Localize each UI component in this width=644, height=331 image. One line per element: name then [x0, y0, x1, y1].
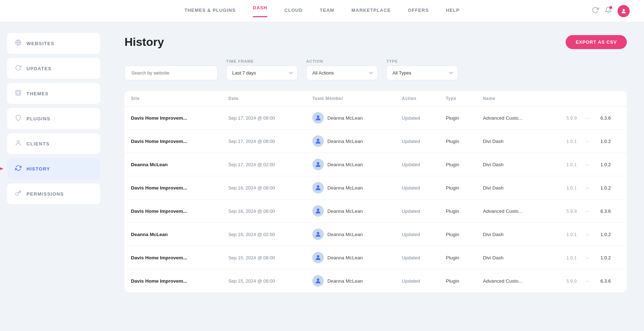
sidebar-item-websites[interactable]: WEBSITES [7, 33, 100, 54]
cell-version-arrow: → [583, 176, 594, 200]
cell-version-from: 1.0.1 [550, 153, 583, 176]
cell-version-from: 5.9.9 [550, 106, 583, 130]
table-row: Deanna McLean Sep 16, 2024 @ 02:00 Deann… [125, 223, 627, 246]
sidebar-label-clients: CLIENTS [26, 141, 50, 147]
cell-name: Divi Dash [477, 153, 551, 176]
clients-icon [15, 140, 21, 148]
type-select[interactable]: All Types Plugin Theme [386, 66, 458, 80]
updates-icon [15, 64, 21, 72]
sidebar-label-permissions: PERMISSIONS [26, 191, 64, 197]
timeframe-select[interactable]: Last 7 days Last 30 days Last 90 days [226, 66, 298, 80]
cell-member: Deanna McLean [306, 176, 395, 200]
top-nav: THEMES & PLUGINS DASH CLOUD TEAM MARKETP… [0, 0, 644, 22]
svg-point-10 [317, 162, 319, 164]
avatar[interactable] [618, 5, 630, 17]
svg-point-5 [17, 140, 19, 143]
svg-point-15 [317, 278, 319, 281]
svg-point-0 [623, 9, 625, 11]
cell-version-from: 1.0.1 [550, 130, 583, 153]
sidebar-item-clients[interactable]: CLIENTS [7, 133, 100, 154]
col-action: Action [395, 91, 439, 106]
nav-dash[interactable]: DASH [253, 5, 267, 17]
cell-date: Sep 16, 2024 @ 08:00 [222, 200, 306, 223]
col-version [550, 91, 627, 106]
cell-type: Plugin [439, 176, 477, 200]
history-icon [15, 165, 21, 173]
cell-date: Sep 15, 2024 @ 08:00 [222, 269, 306, 293]
cell-site: Deanna McLean [125, 153, 222, 176]
table-row: Davis Home Improvem... Sep 16, 2024 @ 08… [125, 200, 627, 223]
sidebar-item-updates[interactable]: UPDATES [7, 58, 100, 79]
cell-date: Sep 17, 2024 @ 02:00 [222, 153, 306, 176]
sidebar-item-themes[interactable]: THEMES [7, 83, 100, 104]
table-row: Davis Home Improvem... Sep 17, 2024 @ 08… [125, 130, 627, 153]
cell-version-to: 1.0.2 [594, 246, 627, 269]
cell-name: Advanced Custo... [477, 106, 551, 130]
cell-version-from: 1.0.1 [550, 223, 583, 246]
cell-type: Plugin [439, 153, 477, 176]
cell-type: Plugin [439, 130, 477, 153]
main-content: History EXPORT AS CSV TIME FRAME Last 7 … [107, 22, 644, 331]
table-row: Deanna McLean Sep 17, 2024 @ 02:00 Deann… [125, 153, 627, 176]
nav-marketplace[interactable]: MARKETPLACE [351, 8, 391, 14]
nav-cloud[interactable]: CLOUD [284, 8, 303, 14]
themes-icon [15, 90, 21, 97]
cell-version-from: 5.9.9 [550, 269, 583, 293]
member-avatar [312, 159, 324, 170]
sidebar-label-plugins: PLUGINS [26, 116, 50, 121]
cell-version-to: 6.3.6 [594, 269, 627, 293]
cell-type: Plugin [439, 106, 477, 130]
timeframe-group: TIME FRAME Last 7 days Last 30 days Last… [226, 59, 298, 80]
member-name: Deanna McLean [327, 278, 363, 284]
nav-help[interactable]: HELP [446, 8, 459, 14]
cell-site: Davis Home Improvem... [125, 176, 222, 200]
cell-member: Deanna McLean [306, 153, 395, 176]
sidebar-item-plugins[interactable]: PLUGINS [7, 108, 100, 129]
cell-name: Divi Dash [477, 246, 551, 269]
cell-type: Plugin [439, 200, 477, 223]
export-csv-button[interactable]: EXPORT AS CSV [566, 35, 627, 49]
member-avatar [312, 275, 324, 287]
sidebar-item-permissions[interactable]: PERMISSIONS [7, 183, 100, 204]
cell-site: Davis Home Improvem... [125, 269, 222, 293]
sidebar-label-updates: UPDATES [26, 66, 52, 71]
cell-site: Davis Home Improvem... [125, 106, 222, 130]
cell-member: Deanna McLean [306, 130, 395, 153]
nav-themes-plugins[interactable]: THEMES & PLUGINS [184, 8, 235, 14]
nav-offers[interactable]: OFFERS [408, 8, 429, 14]
svg-rect-3 [16, 90, 21, 95]
svg-point-13 [317, 232, 319, 234]
nav-links: THEMES & PLUGINS DASH CLOUD TEAM MARKETP… [184, 5, 459, 17]
cell-type: Plugin [439, 223, 477, 246]
member-name: Deanna McLean [327, 208, 363, 214]
cell-action: Updated [395, 106, 439, 130]
cell-version-arrow: → [583, 153, 594, 176]
action-select[interactable]: All Actions Updated Installed [306, 66, 378, 80]
history-table: Site Date Team Member Action Type Name D… [125, 91, 627, 292]
cell-action: Updated [395, 130, 439, 153]
col-type: Type [439, 91, 477, 106]
cell-version-arrow: → [583, 246, 594, 269]
notification-button[interactable] [605, 6, 612, 15]
sidebar: WEBSITES UPDATES THEMES PLUGINS CLIENTS [0, 22, 107, 331]
history-table-container: Site Date Team Member Action Type Name D… [125, 91, 627, 292]
sidebar-item-history[interactable]: HISTORY [7, 158, 100, 179]
timeframe-label: TIME FRAME [226, 59, 298, 63]
cell-site: Davis Home Improvem... [125, 246, 222, 269]
refresh-button[interactable] [592, 6, 599, 15]
svg-point-12 [317, 208, 319, 211]
cell-version-arrow: → [583, 223, 594, 246]
action-group: ACTION All Actions Updated Installed [306, 59, 378, 80]
cell-member: Deanna McLean [306, 200, 395, 223]
member-name: Deanna McLean [327, 255, 363, 260]
nav-team[interactable]: TEAM [320, 8, 334, 14]
cell-type: Plugin [439, 246, 477, 269]
cell-type: Plugin [439, 269, 477, 293]
search-input[interactable] [125, 66, 218, 80]
member-name: Deanna McLean [327, 232, 363, 237]
cell-name: Advanced Custo... [477, 200, 551, 223]
cell-member: Deanna McLean [306, 246, 395, 269]
svg-point-14 [317, 255, 319, 258]
table-header-row: Site Date Team Member Action Type Name [125, 91, 627, 106]
table-row: Davis Home Improvem... Sep 15, 2024 @ 08… [125, 246, 627, 269]
